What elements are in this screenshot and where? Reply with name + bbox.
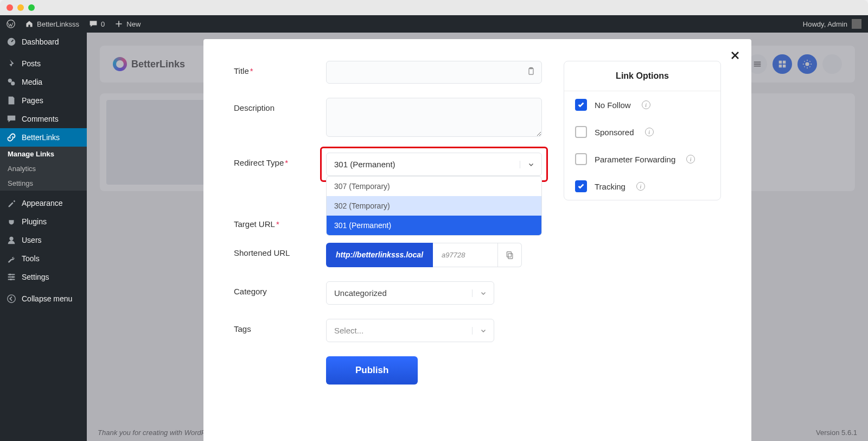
- svg-point-6: [12, 276, 14, 278]
- sidebar-collapse[interactable]: Collapse menu: [0, 289, 87, 308]
- shortened-url-prefix: http://betterlinksss.local: [326, 243, 433, 267]
- svg-point-3: [11, 81, 15, 85]
- mac-maximize[interactable]: [28, 4, 35, 11]
- link-options-title: Link Options: [564, 61, 720, 91]
- sidebar-item-dashboard[interactable]: Dashboard: [0, 33, 87, 51]
- shortened-url-label: Shortened URL: [234, 243, 326, 257]
- user-icon: [7, 235, 16, 245]
- sidebar-item-settings[interactable]: Settings: [0, 268, 87, 286]
- howdy-link[interactable]: Howdy, Admin: [803, 20, 847, 28]
- close-icon: [730, 50, 741, 61]
- site-link[interactable]: BetterLinksss: [25, 20, 79, 28]
- sidebar-item-users[interactable]: Users: [0, 231, 87, 249]
- plug-icon: [7, 217, 16, 226]
- svg-rect-22: [529, 68, 533, 74]
- comment-icon: [89, 20, 98, 28]
- comments-link[interactable]: 0: [89, 20, 105, 28]
- redirect-type-select[interactable]: 301 (Permanent): [326, 153, 542, 176]
- redirect-option-307[interactable]: 307 (Temporary): [327, 177, 541, 196]
- home-icon: [25, 20, 34, 28]
- wp-sidebar: Dashboard Posts Media Pages Comments Bet…: [0, 33, 87, 441]
- no-follow-label: No Follow: [595, 100, 631, 110]
- redirect-option-302[interactable]: 302 (Temporary): [327, 196, 541, 216]
- dashboard-icon: [7, 37, 16, 47]
- redirect-option-301[interactable]: 301 (Permanent): [327, 216, 541, 235]
- svg-rect-24: [508, 253, 512, 259]
- chevron-down-icon: [520, 161, 541, 168]
- brush-icon: [7, 198, 16, 208]
- link-icon: [7, 133, 16, 142]
- sponsored-checkbox[interactable]: [575, 126, 587, 138]
- comments-icon: [7, 114, 16, 124]
- publish-button[interactable]: Publish: [326, 356, 418, 385]
- sidebar-item-appearance[interactable]: Appearance: [0, 194, 87, 212]
- page-icon: [7, 96, 16, 105]
- create-link-modal: Title* Description: [203, 39, 751, 441]
- sidebar-item-comments[interactable]: Comments: [0, 110, 87, 128]
- category-label: Category: [234, 281, 326, 296]
- chevron-down-icon: [472, 289, 494, 297]
- svg-rect-25: [507, 251, 511, 257]
- info-icon[interactable]: i: [686, 155, 695, 163]
- target-url-label: Target URL*: [234, 214, 326, 229]
- content-area: BetterLinks Thank you for creating with …: [87, 33, 868, 441]
- sponsored-label: Sponsored: [595, 128, 634, 137]
- svg-point-8: [8, 295, 15, 303]
- tags-select[interactable]: Select...: [326, 319, 494, 342]
- svg-point-4: [9, 237, 13, 241]
- info-icon[interactable]: i: [642, 100, 650, 109]
- tags-label: Tags: [234, 319, 326, 333]
- sidebar-item-posts[interactable]: Posts: [0, 54, 87, 73]
- svg-point-7: [10, 279, 12, 281]
- mac-minimize[interactable]: [17, 4, 24, 11]
- no-follow-checkbox[interactable]: [575, 99, 587, 111]
- copy-button[interactable]: [498, 243, 522, 267]
- new-link[interactable]: New: [114, 20, 141, 28]
- link-options-panel: Link Options No Follow i Sponsored i: [564, 61, 721, 200]
- param-forwarding-label: Parameter Forwarding: [595, 155, 675, 164]
- collapse-icon: [7, 294, 16, 304]
- description-label: Description: [234, 98, 326, 112]
- redirect-type-dropdown: 307 (Temporary) 302 (Temporary) 301 (Per…: [326, 176, 542, 236]
- sidebar-item-pages[interactable]: Pages: [0, 91, 87, 110]
- description-input[interactable]: [326, 98, 542, 137]
- svg-point-2: [8, 79, 12, 83]
- wp-admin-bar: BetterLinksss 0 New Howdy, Admin: [0, 15, 868, 33]
- copy-icon: [506, 251, 514, 260]
- title-input[interactable]: [326, 61, 542, 84]
- chevron-down-icon: [472, 327, 494, 335]
- pin-icon: [7, 59, 16, 68]
- category-select[interactable]: Uncategorized: [326, 281, 494, 305]
- svg-point-5: [9, 274, 11, 276]
- sidebar-item-betterlinks[interactable]: BetterLinks: [0, 128, 87, 147]
- sidebar-sub-manage-links[interactable]: Manage Links: [0, 147, 87, 161]
- redirect-highlight: 301 (Permanent) 307 (Temporary) 302 (Tem…: [320, 147, 548, 182]
- info-icon[interactable]: i: [645, 128, 654, 136]
- wrench-icon: [7, 254, 16, 263]
- plus-icon: [114, 20, 123, 28]
- sidebar-item-tools[interactable]: Tools: [0, 249, 87, 268]
- modal-overlay[interactable]: Title* Description: [87, 33, 868, 441]
- avatar[interactable]: [852, 19, 861, 29]
- title-label: Title*: [234, 61, 326, 75]
- wp-logo-link[interactable]: [7, 20, 15, 28]
- sidebar-item-plugins[interactable]: Plugins: [0, 212, 87, 231]
- mac-titlebar: [0, 0, 868, 15]
- tracking-checkbox[interactable]: [575, 180, 587, 192]
- mac-close[interactable]: [7, 4, 13, 11]
- shortened-url-slug[interactable]: a97728: [433, 243, 498, 267]
- tracking-label: Tracking: [595, 182, 626, 191]
- sidebar-item-media[interactable]: Media: [0, 73, 87, 91]
- info-icon[interactable]: i: [636, 182, 645, 191]
- media-icon: [7, 77, 16, 87]
- redirect-type-label: Redirect Type*: [234, 153, 326, 167]
- sidebar-sub-settings[interactable]: Settings: [0, 176, 87, 191]
- form-column: Title* Description: [234, 61, 542, 441]
- close-button[interactable]: [730, 48, 741, 65]
- sliders-icon: [7, 272, 16, 282]
- wordpress-icon: [7, 20, 15, 28]
- sidebar-sub-analytics[interactable]: Analytics: [0, 161, 87, 176]
- param-forwarding-checkbox[interactable]: [575, 153, 587, 165]
- clipboard-icon[interactable]: [527, 67, 535, 78]
